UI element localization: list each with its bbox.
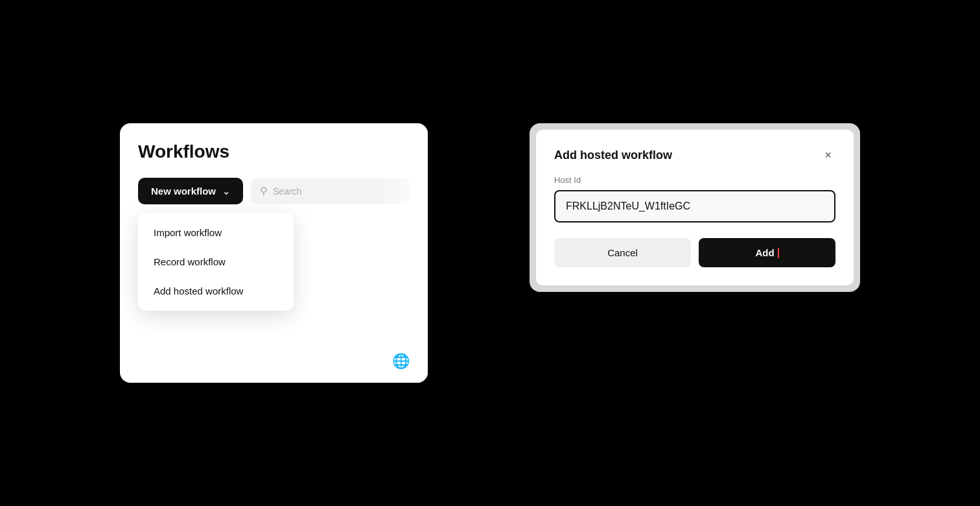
page-title: Workflows	[138, 141, 410, 162]
search-placeholder: Search	[273, 186, 301, 197]
cancel-button[interactable]: Cancel	[554, 238, 691, 267]
host-id-input[interactable]	[554, 190, 835, 223]
dialog-overlay: Add hosted workflow × Host Id Cancel Add	[530, 123, 860, 292]
dropdown-menu: Import workflow Record workflow Add host…	[138, 213, 294, 311]
add-button[interactable]: Add	[699, 238, 835, 267]
dropdown-item-import[interactable]: Import workflow	[138, 218, 294, 247]
dialog-title: Add hosted workflow	[554, 149, 672, 162]
dialog-card: Add hosted workflow × Host Id Cancel Add	[536, 130, 854, 285]
host-id-label: Host Id	[554, 175, 835, 185]
workflows-panel: Workflows New workflow ⌄ ⚲ Search Import…	[120, 123, 428, 383]
new-workflow-button[interactable]: New workflow ⌄	[138, 178, 243, 204]
toolbar-row: New workflow ⌄ ⚲ Search Import workflow …	[138, 178, 410, 204]
dialog-header: Add hosted workflow ×	[554, 148, 835, 162]
close-button[interactable]: ×	[821, 148, 835, 162]
text-cursor	[778, 248, 779, 258]
chevron-down-icon: ⌄	[222, 186, 230, 197]
search-box[interactable]: ⚲ Search	[251, 178, 410, 204]
add-label: Add	[755, 247, 774, 258]
dropdown-item-add-hosted[interactable]: Add hosted workflow	[138, 276, 294, 306]
dialog-background: Add hosted workflow × Host Id Cancel Add	[530, 123, 860, 292]
dropdown-item-record[interactable]: Record workflow	[138, 247, 294, 276]
search-icon: ⚲	[260, 185, 268, 197]
dialog-actions: Cancel Add	[554, 238, 835, 267]
globe-icon: 🌐	[392, 353, 410, 370]
new-workflow-label: New workflow	[151, 186, 216, 197]
